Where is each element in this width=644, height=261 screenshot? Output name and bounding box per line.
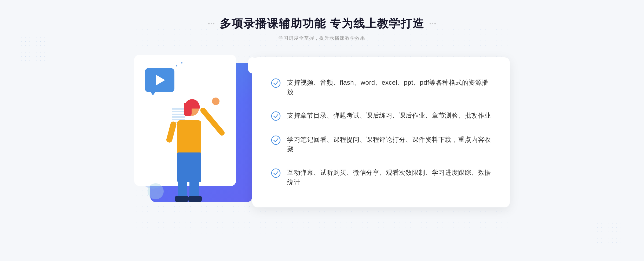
title-row: 多项录播课辅助功能 专为线上教学打造 [208,16,436,31]
page-container: 多项录播课辅助功能 专为线上教学打造 学习进度全掌握，提升录播课教学效果 [0,0,644,261]
feature-text-3: 学习笔记回看、课程提问、课程评论打分、课件资料下载，重点内容收藏 [287,135,491,154]
features-panel: 支持视频、音频、flash、word、excel、ppt、pdf等各种格式的资源… [252,57,510,207]
page-title: 多项录播课辅助功能 专为线上教学打造 [220,16,424,31]
person [148,95,223,210]
check-icon-1 [271,78,281,88]
feature-text-1: 支持视频、音频、flash、word、excel、ppt、pdf等各种格式的资源… [287,78,491,97]
sparkle-1 [176,65,177,66]
svg-point-2 [272,136,280,144]
check-icon-3 [271,135,281,145]
feature-item-2: 支持章节目录、弹题考试、课后练习、课后作业、章节测验、批改作业 [271,111,491,121]
feature-item-3: 学习笔记回看、课程提问、课程评论打分、课件资料下载，重点内容收藏 [271,135,491,154]
play-icon [156,75,165,85]
check-icon-4 [271,168,281,178]
person-figure [148,95,223,210]
sparkle-2 [181,62,182,64]
page-subtitle: 学习进度全掌握，提升录播课教学效果 [208,35,436,41]
decorator-left [208,23,214,24]
check-icon-2 [271,111,281,121]
person-shoe-left [175,196,188,202]
feature-text-2: 支持章节目录、弹题考试、课后练习、课后作业、章节测验、批改作业 [287,111,491,120]
svg-point-0 [272,79,280,87]
page-header: 多项录播课辅助功能 专为线上教学打造 学习进度全掌握，提升录播课教学效果 [208,16,436,41]
person-arm-left [166,121,177,143]
main-content: 支持视频、音频、flash、word、excel、ppt、pdf等各种格式的资源… [134,55,510,210]
illustration-wrapper [134,55,263,210]
person-shoe-right [188,196,202,202]
person-hand-right [212,98,219,105]
person-body [177,120,201,155]
dots-decoration-bottom-right [596,218,623,245]
person-pants [177,152,201,182]
svg-point-3 [272,169,280,177]
person-hair [185,99,200,109]
play-bubble [145,68,174,92]
person-arm-right [199,107,226,137]
decorator-right [430,23,436,24]
feature-item-4: 互动弹幕、试听购买、微信分享、观看次数限制、学习进度跟踪、数据统计 [271,168,491,187]
feature-item-1: 支持视频、音频、flash、word、excel、ppt、pdf等各种格式的资源… [271,78,491,97]
dots-decoration-top-left [16,32,48,64]
svg-point-1 [272,112,280,120]
feature-text-4: 互动弹幕、试听购买、微信分享、观看次数限制、学习进度跟踪、数据统计 [287,168,491,187]
